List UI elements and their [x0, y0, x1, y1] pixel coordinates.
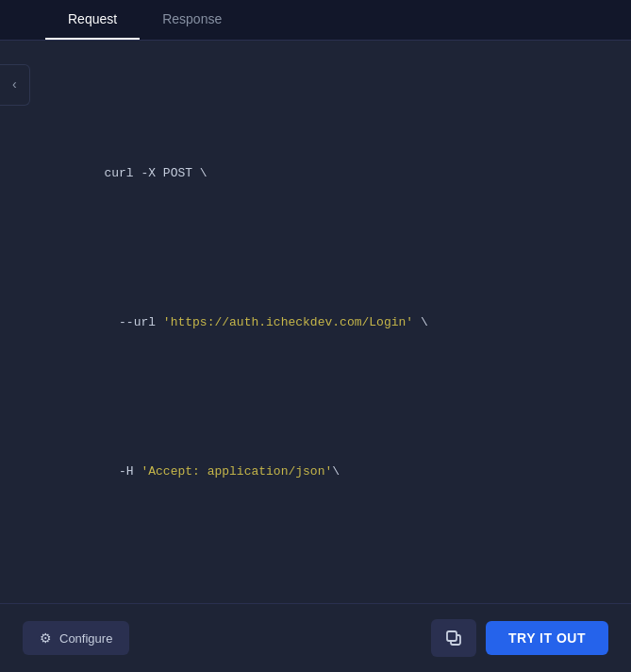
main-container: ‹ Request Response curl -X POST \ --url … — [0, 0, 631, 672]
code-block: curl -X POST \ --url 'https://auth.ichec… — [45, 63, 586, 603]
code-text: \ — [332, 464, 340, 479]
try-it-out-label: TRY IT OUT — [508, 630, 586, 646]
chevron-left-icon: ‹ — [10, 77, 18, 92]
code-text: --url — [104, 315, 162, 329]
tab-bar: Request Response — [0, 0, 631, 41]
tab-response[interactable]: Response — [140, 0, 244, 40]
tab-request[interactable]: Request — [45, 0, 140, 40]
code-line-4: -d 'username=demo10' \ — [45, 584, 586, 603]
footer-right: TRY IT OUT — [431, 619, 608, 657]
code-text: \ — [413, 315, 428, 329]
code-line-3: -H 'Accept: application/json'\ — [45, 435, 586, 509]
code-line-2: --url 'https://auth.icheckdev.com/Login'… — [45, 286, 586, 360]
code-string: 'https://auth.icheckdev.com/Login' — [163, 315, 413, 329]
copy-button[interactable] — [431, 619, 476, 657]
code-text: curl -X POST \ — [104, 166, 207, 180]
try-it-out-button[interactable]: TRY IT OUT — [486, 621, 608, 655]
configure-button[interactable]: ⚙ Configure — [23, 621, 129, 655]
copy-icon — [444, 629, 463, 647]
configure-label: Configure — [59, 631, 112, 646]
code-line-1: curl -X POST \ — [45, 137, 586, 210]
gear-icon: ⚙ — [40, 630, 52, 646]
svg-rect-1 — [447, 631, 457, 641]
footer: ⚙ Configure TRY IT OUT — [0, 603, 631, 672]
code-string: 'Accept: application/json' — [141, 464, 332, 479]
code-text: -H — [104, 464, 141, 479]
sidebar-toggle-button[interactable]: ‹ — [0, 64, 30, 106]
code-area: curl -X POST \ --url 'https://auth.ichec… — [0, 41, 631, 603]
